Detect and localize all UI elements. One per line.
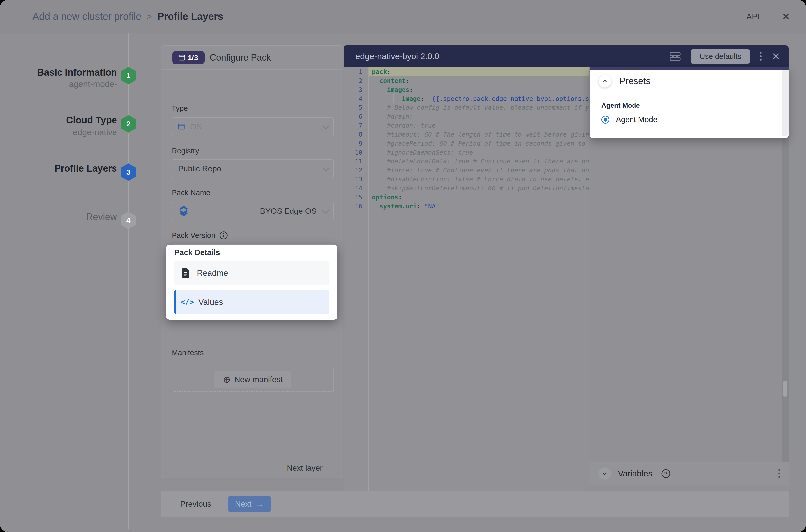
code-line[interactable]: 8 #timeout: 60 # The length of time to w… <box>343 130 589 139</box>
editor-title: edge-native-byoi 2.0.0 <box>355 52 439 61</box>
code-line-text: - image: '{{.spectro.pack.edge-native-by… <box>369 94 589 103</box>
previous-button[interactable]: Previous <box>180 499 211 509</box>
code-line-text: content: <box>369 76 589 86</box>
line-number: 4 <box>343 94 369 103</box>
use-defaults-button[interactable]: Use defaults <box>691 49 750 64</box>
api-button[interactable]: API <box>746 12 760 21</box>
step-progress: 1/3 <box>188 54 198 62</box>
type-select[interactable]: OS <box>172 117 334 136</box>
screen: Add a new cluster profile > Profile Laye… <box>0 0 806 532</box>
line-number: 10 <box>343 148 369 157</box>
code-lines: 1pack:2 content:3 images:4 - image: '{{.… <box>343 68 589 211</box>
code-line-text: #timeout: 60 # The length of time to wai… <box>369 130 589 139</box>
next-button[interactable]: Next → <box>228 496 271 512</box>
code-line[interactable]: 10 #ignoreDaemonSets: true <box>343 148 589 157</box>
new-manifest-button[interactable]: ⊕ New manifest <box>214 371 291 388</box>
agent-mode-option-label: Agent Mode <box>616 115 657 124</box>
registry-label: Registry <box>172 147 199 155</box>
diff-view-icon[interactable] <box>669 51 681 62</box>
line-number: 9 <box>343 139 369 148</box>
code-line[interactable]: 11 #deleteLocalData: true # Continue eve… <box>343 157 589 166</box>
step-label-profile-layers[interactable]: Profile Layers <box>0 163 117 174</box>
variables-section-bar[interactable]: Variables ? <box>589 461 789 485</box>
breadcrumb: Add a new cluster profile > Profile Laye… <box>32 11 223 22</box>
editor-menu-icon[interactable] <box>760 52 762 61</box>
step-label-basic-information[interactable]: Basic Information <box>0 67 117 78</box>
code-line[interactable]: 9 #gracePeriod: 60 # Period of time in s… <box>343 139 589 148</box>
manifests-label: Manifests <box>172 348 204 357</box>
help-icon[interactable]: ? <box>661 469 671 478</box>
presets-collapse-icon[interactable] <box>598 75 611 88</box>
type-value: OS <box>190 122 202 131</box>
line-number: 8 <box>343 130 369 139</box>
line-number: 2 <box>343 76 369 86</box>
line-number: 14 <box>343 184 369 193</box>
line-number: 3 <box>343 86 369 94</box>
presets-top-strip <box>590 68 789 71</box>
step-label-review[interactable]: Review <box>0 212 117 223</box>
registry-select[interactable]: Public Repo <box>172 159 334 178</box>
code-line[interactable]: 3 images: <box>343 86 589 94</box>
radio-selected-icon[interactable] <box>601 116 610 124</box>
indent-guide <box>393 94 394 103</box>
code-line-text: #ignoreDaemonSets: true <box>369 148 589 157</box>
values-label: Values <box>199 297 223 307</box>
pack-logo-icon <box>178 206 189 216</box>
code-line[interactable]: 16 system.uri: "NA" <box>343 202 589 211</box>
type-label: Type <box>172 104 188 113</box>
variables-expand-icon[interactable] <box>598 467 611 480</box>
code-line[interactable]: 2 content: <box>343 76 589 86</box>
code-line[interactable]: 13 #disableEviction: false # Force drain… <box>343 175 589 184</box>
code-line[interactable]: 14 #skipWaitForDeleteTimeout: 60 # If po… <box>343 184 589 193</box>
info-icon[interactable] <box>219 231 228 240</box>
agent-mode-option[interactable]: Agent Mode <box>601 115 657 124</box>
pack-step-badge: 1/3 <box>172 51 205 64</box>
chevron-down-icon <box>322 123 329 129</box>
code-line[interactable]: 15options: <box>343 193 589 202</box>
code-line[interactable]: 12 #force: true # Continue even if there… <box>343 166 589 175</box>
step-hexagon-4[interactable]: 4 <box>121 212 136 229</box>
step-hexagon-1[interactable]: 1 <box>121 67 136 84</box>
pack-version-label-text: Pack Version <box>172 231 215 240</box>
pack-name-label: Pack Name <box>172 188 210 197</box>
wizard-header: Add a new cluster profile > Profile Laye… <box>0 0 806 33</box>
code-line[interactable]: 7 #cordon: true <box>343 121 589 130</box>
code-line-text: pack: <box>369 68 589 76</box>
code-line[interactable]: 1pack: <box>343 68 589 76</box>
editor-close-icon[interactable]: ✕ <box>772 52 780 61</box>
step-hexagon-3[interactable]: 3 <box>121 164 136 181</box>
step-number-1: 1 <box>127 71 131 80</box>
code-line-text: images: <box>369 86 589 94</box>
line-number: 7 <box>343 121 369 130</box>
next-layer-button[interactable]: Next layer <box>287 463 323 473</box>
step-sub-basic-information: agent-mode- <box>0 79 117 89</box>
line-number: 12 <box>343 166 369 175</box>
svg-text:?: ? <box>664 470 668 476</box>
variables-menu-icon[interactable] <box>779 469 780 478</box>
code-line-text: #gracePeriod: 60 # Period of time in sec… <box>369 139 589 148</box>
pack-details-values-item[interactable]: </> Values <box>174 290 329 314</box>
line-number: 6 <box>343 112 369 121</box>
agent-mode-group-label: Agent Mode <box>601 102 640 110</box>
code-line[interactable]: 5 # Below config is default value, pleas… <box>343 103 589 112</box>
code-line[interactable]: 4 - image: '{{.spectro.pack.edge-native-… <box>343 94 589 103</box>
breadcrumb-separator: > <box>147 12 152 21</box>
configure-pack-header: 1/3 Configure Pack <box>161 46 342 70</box>
line-number: 16 <box>343 202 369 211</box>
pack-name-select[interactable]: BYOS Edge OS <box>172 202 334 221</box>
code-line-text: #force: true # Continue even if there ar… <box>369 166 589 175</box>
modal-close-icon[interactable]: × <box>782 10 790 23</box>
breadcrumb-parent[interactable]: Add a new cluster profile <box>32 11 142 22</box>
code-line[interactable]: 6 #drain: <box>343 112 589 121</box>
code-line-text: system.uri: "NA" <box>369 202 589 211</box>
code-line-text: options: <box>369 193 589 202</box>
step-hexagon-2[interactable]: 2 <box>121 115 136 133</box>
code-area[interactable]: 1pack:2 content:3 images:4 - image: '{{.… <box>343 68 589 491</box>
pack-details-readme-item[interactable]: Readme <box>174 261 329 285</box>
step-label-cloud-type[interactable]: Cloud Type <box>0 115 117 126</box>
code-line-text: #cordon: true <box>369 121 589 130</box>
sidebar-scroll-thumb[interactable] <box>783 381 787 397</box>
variables-title: Variables <box>618 469 652 478</box>
step-number-2: 2 <box>127 120 131 128</box>
registry-value: Public Repo <box>178 164 221 173</box>
